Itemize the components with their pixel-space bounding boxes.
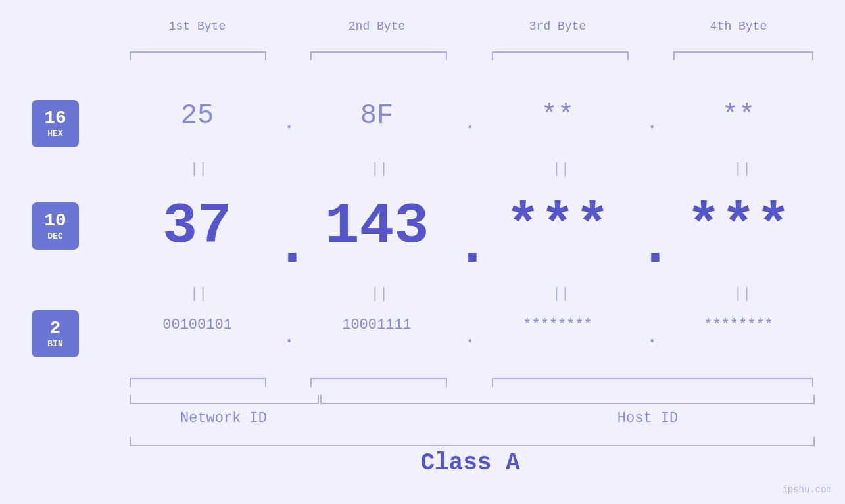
eq-hex-3: ||	[492, 161, 630, 177]
hex-dot-3: .	[646, 110, 658, 135]
host-id-bracket-right	[813, 395, 815, 404]
bin-val-2: 10001111	[308, 317, 446, 333]
hex-val-3: **	[489, 100, 627, 131]
byte2-top-bracket-right	[446, 51, 447, 60]
byte4-top-bracket	[673, 51, 813, 53]
eq-dec-3: ||	[492, 286, 630, 302]
dec-val-2: 143	[308, 194, 446, 259]
network-id-label: Network ID	[128, 410, 319, 426]
byte1-bin-bracket-left	[130, 378, 131, 387]
byte4-top-bracket-left	[673, 51, 675, 60]
byte1-top-bracket-left	[130, 51, 131, 60]
watermark: ipshu.com	[782, 484, 832, 495]
byte1-bin-bracket-right	[265, 378, 266, 387]
byte2-top-bracket	[310, 51, 447, 53]
host-id-bracket-left	[320, 395, 322, 404]
network-id-bracket-right	[318, 395, 319, 404]
byte1-top-bracket	[130, 51, 266, 53]
eq-dec-1: ||	[130, 286, 268, 302]
bin-badge-num: 2	[50, 319, 61, 338]
network-id-bracket-left	[130, 395, 131, 404]
dec-val-3: ***	[489, 194, 627, 259]
byte2-bin-bracket	[310, 378, 447, 379]
byte3-top-bracket-right	[627, 51, 629, 60]
hex-badge-label: HEX	[47, 129, 62, 139]
byte3-top-bracket	[492, 51, 629, 53]
byte2-header: 2nd Byte	[308, 20, 446, 33]
bin-val-1: 00100101	[128, 317, 266, 333]
byte34-bin-bracket	[492, 378, 813, 379]
dec-badge-label: DEC	[47, 231, 62, 241]
eq-hex-4: ||	[673, 161, 811, 177]
byte4-top-bracket-right	[812, 51, 813, 60]
eq-hex-2: ||	[310, 161, 448, 177]
dec-badge-num: 10	[44, 212, 66, 230]
network-id-bracket	[130, 403, 319, 404]
byte2-bin-bracket-left	[310, 378, 312, 387]
byte3-top-bracket-left	[492, 51, 493, 60]
byte1-top-bracket-right	[265, 51, 266, 60]
hex-val-1: 25	[128, 100, 266, 131]
byte1-bin-bracket	[130, 378, 266, 379]
hex-badge: 16 HEX	[32, 100, 79, 147]
all-bracket	[130, 445, 815, 446]
dec-badge: 10 DEC	[32, 202, 79, 250]
eq-dec-4: ||	[673, 286, 811, 302]
bin-dot-2: .	[464, 325, 476, 349]
eq-dec-2: ||	[310, 286, 448, 302]
dec-dot-2: .	[455, 214, 490, 279]
bin-badge-label: BIN	[47, 339, 62, 349]
byte4-header: 4th Byte	[669, 20, 808, 33]
hex-val-4: **	[669, 100, 808, 131]
hex-badge-num: 16	[44, 109, 66, 127]
dec-val-1: 37	[128, 194, 266, 259]
bin-badge: 2 BIN	[32, 310, 79, 357]
all-bracket-right	[813, 437, 815, 446]
byte1-header: 1st Byte	[128, 20, 266, 33]
bin-val-3: ********	[489, 317, 627, 333]
hex-val-2: 8F	[308, 100, 446, 131]
bin-dot-3: .	[646, 325, 658, 349]
bin-dot-1: .	[283, 325, 295, 349]
byte2-bin-bracket-right	[446, 378, 447, 387]
class-label: Class A	[128, 449, 812, 476]
dec-dot-1: .	[275, 214, 310, 279]
dec-val-4: ***	[669, 194, 808, 259]
dec-dot-3: .	[638, 214, 673, 279]
hex-dot-1: .	[283, 110, 295, 135]
byte34-bin-bracket-right	[812, 378, 813, 387]
byte34-bin-bracket-left	[492, 378, 493, 387]
byte2-top-bracket-left	[310, 51, 312, 60]
hex-dot-2: .	[464, 110, 476, 135]
byte3-header: 3rd Byte	[489, 20, 627, 33]
bin-val-4: ********	[669, 317, 808, 333]
host-id-bracket	[320, 403, 815, 404]
host-id-label: Host ID	[480, 410, 815, 426]
eq-hex-1: ||	[130, 161, 268, 177]
all-bracket-left	[130, 437, 131, 446]
